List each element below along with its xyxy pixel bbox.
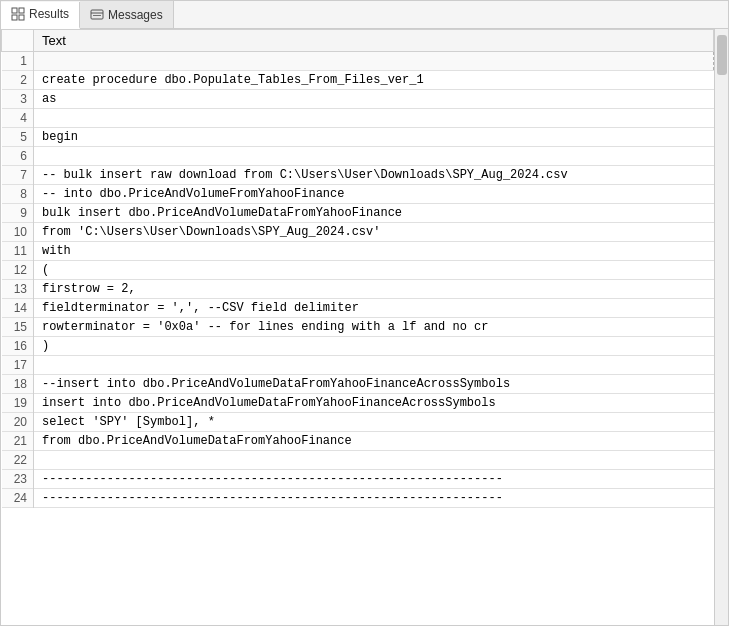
table-row: 16) xyxy=(2,337,714,356)
table-row: 13 firstrow = 2, xyxy=(2,280,714,299)
table-row: 5begin xyxy=(2,128,714,147)
svg-rect-2 xyxy=(12,15,17,20)
row-number: 8 xyxy=(2,185,34,204)
row-number: 21 xyxy=(2,432,34,451)
table-row: 4 xyxy=(2,109,714,128)
table-row: 19insert into dbo.PriceAndVolumeDataFrom… xyxy=(2,394,714,413)
row-number: 16 xyxy=(2,337,34,356)
table-wrapper[interactable]: Text 12create procedure dbo.Populate_Tab… xyxy=(1,29,714,625)
row-content xyxy=(34,147,714,166)
row-content xyxy=(34,451,714,470)
row-content: with xyxy=(34,242,714,261)
row-content: rowterminator = '0x0a' -- for lines endi… xyxy=(34,318,714,337)
row-content: -- bulk insert raw download from C:\User… xyxy=(34,166,714,185)
row-number: 9 xyxy=(2,204,34,223)
main-container: Results Messages Text xyxy=(0,0,729,626)
row-number: 10 xyxy=(2,223,34,242)
row-number: 4 xyxy=(2,109,34,128)
row-content: from 'C:\Users\User\Downloads\SPY_Aug_20… xyxy=(34,223,714,242)
row-content: -- into dbo.PriceAndVolumeFromYahooFinan… xyxy=(34,185,714,204)
table-row: 23--------------------------------------… xyxy=(2,470,714,489)
row-number: 22 xyxy=(2,451,34,470)
row-content: from dbo.PriceAndVolumeDataFromYahooFina… xyxy=(34,432,714,451)
row-content: create procedure dbo.Populate_Tables_Fro… xyxy=(34,71,714,90)
scrollbar-vertical[interactable] xyxy=(714,29,728,625)
row-number: 2 xyxy=(2,71,34,90)
text-column-header: Text xyxy=(34,30,714,52)
message-icon xyxy=(90,8,104,22)
row-number: 7 xyxy=(2,166,34,185)
table-row: 15 rowterminator = '0x0a' -- for lines e… xyxy=(2,318,714,337)
content-area: Text 12create procedure dbo.Populate_Tab… xyxy=(1,29,728,625)
row-number: 11 xyxy=(2,242,34,261)
row-number: 19 xyxy=(2,394,34,413)
table-row: 17 xyxy=(2,356,714,375)
row-content: ----------------------------------------… xyxy=(34,489,714,508)
row-number: 24 xyxy=(2,489,34,508)
table-row: 20select 'SPY' [Symbol], * xyxy=(2,413,714,432)
row-content: firstrow = 2, xyxy=(34,280,714,299)
grid-icon xyxy=(11,7,25,21)
row-content xyxy=(34,356,714,375)
table-row: 22 xyxy=(2,451,714,470)
tab-results-label: Results xyxy=(29,7,69,21)
row-number: 6 xyxy=(2,147,34,166)
table-row: 12( xyxy=(2,261,714,280)
row-num-header xyxy=(2,30,34,52)
row-number: 13 xyxy=(2,280,34,299)
row-content: fieldterminator = ',', --CSV field delim… xyxy=(34,299,714,318)
table-row: 1 xyxy=(2,52,714,71)
row-number: 17 xyxy=(2,356,34,375)
row-content: as xyxy=(34,90,714,109)
row-content: select 'SPY' [Symbol], * xyxy=(34,413,714,432)
row-content: bulk insert dbo.PriceAndVolumeDataFromYa… xyxy=(34,204,714,223)
results-table: Text 12create procedure dbo.Populate_Tab… xyxy=(1,29,714,508)
scrollbar-thumb[interactable] xyxy=(717,35,727,75)
table-row: 3as xyxy=(2,90,714,109)
row-number: 3 xyxy=(2,90,34,109)
row-content xyxy=(34,52,714,71)
svg-rect-1 xyxy=(19,8,24,13)
row-content xyxy=(34,109,714,128)
tab-messages[interactable]: Messages xyxy=(80,1,174,28)
row-content: ----------------------------------------… xyxy=(34,470,714,489)
row-content: ) xyxy=(34,337,714,356)
table-row: 9bulk insert dbo.PriceAndVolumeDataFromY… xyxy=(2,204,714,223)
table-row: 10from 'C:\Users\User\Downloads\SPY_Aug_… xyxy=(2,223,714,242)
row-number: 5 xyxy=(2,128,34,147)
row-number: 23 xyxy=(2,470,34,489)
tab-results[interactable]: Results xyxy=(1,2,80,29)
table-row: 6 xyxy=(2,147,714,166)
table-row: 7-- bulk insert raw download from C:\Use… xyxy=(2,166,714,185)
svg-rect-4 xyxy=(91,10,103,19)
table-row: 11with xyxy=(2,242,714,261)
row-content: --insert into dbo.PriceAndVolumeDataFrom… xyxy=(34,375,714,394)
row-content: ( xyxy=(34,261,714,280)
tab-messages-label: Messages xyxy=(108,8,163,22)
row-number: 20 xyxy=(2,413,34,432)
table-row: 14 fieldterminator = ',', --CSV field de… xyxy=(2,299,714,318)
row-content: insert into dbo.PriceAndVolumeDataFromYa… xyxy=(34,394,714,413)
table-row: 21from dbo.PriceAndVolumeDataFromYahooFi… xyxy=(2,432,714,451)
table-row: 8-- into dbo.PriceAndVolumeFromYahooFina… xyxy=(2,185,714,204)
svg-rect-0 xyxy=(12,8,17,13)
row-content: begin xyxy=(34,128,714,147)
row-number: 12 xyxy=(2,261,34,280)
tab-bar: Results Messages xyxy=(1,1,728,29)
svg-rect-3 xyxy=(19,15,24,20)
table-row: 18--insert into dbo.PriceAndVolumeDataFr… xyxy=(2,375,714,394)
table-row: 24--------------------------------------… xyxy=(2,489,714,508)
row-number: 14 xyxy=(2,299,34,318)
row-number: 15 xyxy=(2,318,34,337)
table-row: 2create procedure dbo.Populate_Tables_Fr… xyxy=(2,71,714,90)
row-number: 1 xyxy=(2,52,34,71)
row-number: 18 xyxy=(2,375,34,394)
